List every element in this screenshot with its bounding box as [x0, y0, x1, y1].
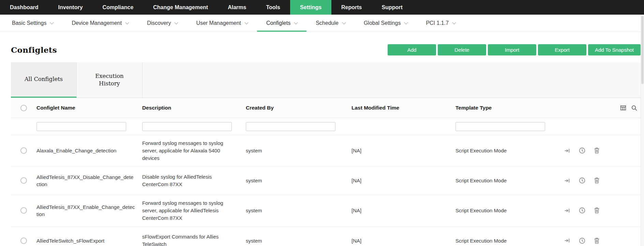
- chevron-down-icon: [342, 20, 346, 24]
- table-row[interactable]: AlliedTelesis_87XX_Disable_Change_detect…: [11, 166, 641, 195]
- subnav-item[interactable]: Discovery: [138, 15, 187, 32]
- history-icon[interactable]: [579, 207, 585, 214]
- cell-configlet-name: Alaxala_Enable_Change_detection: [36, 147, 142, 154]
- table-row[interactable]: AlliedTelesis_87XX_Enable_Change_detecti…: [11, 195, 641, 226]
- delete-icon[interactable]: [594, 148, 599, 153]
- cell-template-type: Script Execution Mode: [455, 178, 565, 183]
- execute-icon[interactable]: [565, 148, 570, 153]
- topnav-item[interactable]: Support: [372, 0, 413, 15]
- topnav-item-label: Settings: [300, 4, 321, 11]
- topnav-item[interactable]: Reports: [331, 0, 372, 15]
- cell-template-type: Script Execution Mode: [455, 148, 565, 153]
- table-header: Configlet Name Description Created By La…: [11, 98, 641, 118]
- tab[interactable]: All Configlets: [11, 62, 77, 98]
- action-button[interactable]: Add: [388, 44, 436, 55]
- column-header-configlet-name: Configlet Name: [36, 105, 142, 111]
- topnav-item[interactable]: Inventory: [48, 0, 93, 15]
- subnav-item-label: User Management: [196, 20, 241, 26]
- tab[interactable]: Execution History: [77, 62, 143, 98]
- chevron-down-icon: [50, 20, 54, 24]
- table-body: Alaxala_Enable_Change_detection Forward …: [11, 135, 641, 246]
- execute-icon[interactable]: [565, 238, 570, 243]
- filter-input-created-by[interactable]: [246, 122, 335, 131]
- search-icon[interactable]: [631, 105, 637, 111]
- cell-created-by: system: [246, 178, 351, 183]
- history-icon[interactable]: [579, 147, 585, 154]
- cell-last-modified-time: [NA]: [351, 178, 455, 183]
- column-header-description: Description: [142, 105, 246, 111]
- subnav-item[interactable]: User Management: [187, 15, 257, 32]
- execute-icon[interactable]: [565, 208, 570, 213]
- subnav-item[interactable]: Configlets: [257, 15, 306, 32]
- cell-configlet-name: AlliedTelesis_87XX_Disable_Change_detect…: [36, 174, 142, 188]
- topnav-item-label: Tools: [266, 4, 280, 11]
- row-actions: [565, 207, 641, 214]
- topnav-item-label: Inventory: [58, 4, 83, 11]
- subnav-item-label: Schedule: [316, 20, 339, 26]
- topnav-item[interactable]: Settings: [290, 0, 331, 15]
- cell-last-modified-time: [NA]: [351, 148, 455, 153]
- page-title: Configlets: [11, 45, 57, 54]
- delete-icon[interactable]: [594, 208, 599, 213]
- subnav-item-label: Discovery: [147, 20, 171, 26]
- table-row[interactable]: AlliedTeleSwitch_sFlowExport sFlowExport…: [11, 227, 641, 246]
- chevron-down-icon: [244, 20, 248, 24]
- topnav-item-label: Compliance: [103, 4, 134, 11]
- action-button[interactable]: Add To Snapshot: [588, 44, 641, 55]
- row-actions: [565, 237, 641, 244]
- topnav-item[interactable]: Change Management: [143, 0, 218, 15]
- scrollbar-thumb[interactable]: [641, 16, 644, 84]
- row-select-radio[interactable]: [20, 147, 27, 154]
- topnav-item-label: Change Management: [153, 4, 208, 11]
- history-icon[interactable]: [579, 177, 585, 184]
- row-select-radio[interactable]: [20, 207, 27, 214]
- select-all-radio[interactable]: [20, 105, 27, 111]
- cell-last-modified-time: [NA]: [351, 208, 455, 213]
- topnav-item-label: Support: [382, 4, 403, 11]
- filter-input-configlet-name[interactable]: [36, 122, 126, 131]
- row-select-radio[interactable]: [20, 177, 27, 184]
- filter-input-description[interactable]: [142, 122, 232, 131]
- execute-icon[interactable]: [565, 178, 570, 183]
- row-actions: [565, 177, 641, 184]
- filter-input-template-type[interactable]: [455, 122, 545, 131]
- action-button[interactable]: Import: [488, 44, 536, 55]
- subnav-item[interactable]: Global Settings: [355, 15, 417, 32]
- row-actions: [565, 147, 641, 154]
- row-select-radio[interactable]: [20, 237, 27, 244]
- table-header-tools: [620, 105, 641, 111]
- chevron-down-icon: [404, 20, 408, 24]
- vertical-scrollbar[interactable]: [641, 15, 644, 246]
- chevron-down-icon: [452, 20, 456, 24]
- topnav-item[interactable]: Dashboard: [0, 0, 48, 15]
- cell-description: Forward syslog messages to syslog server…: [142, 199, 246, 222]
- subnav-item[interactable]: Basic Settings: [3, 15, 62, 32]
- cell-last-modified-time: [NA]: [351, 238, 455, 244]
- chevron-down-icon: [175, 20, 178, 24]
- column-chooser-icon[interactable]: [620, 105, 626, 111]
- delete-icon[interactable]: [594, 238, 599, 244]
- topnav-item[interactable]: Alarms: [218, 0, 256, 15]
- subnav-item-label: Basic Settings: [12, 20, 46, 26]
- subnav-item-label: Global Settings: [364, 20, 401, 26]
- action-button[interactable]: Export: [538, 44, 586, 55]
- topnav-item[interactable]: Compliance: [93, 0, 144, 15]
- subnav-item-label: Configlets: [266, 20, 290, 26]
- tab-label: Execution History: [95, 72, 123, 88]
- table-row[interactable]: Alaxala_Enable_Change_detection Forward …: [11, 135, 641, 166]
- action-button[interactable]: Delete: [438, 44, 486, 55]
- subnav-item[interactable]: PCI 1.1.7: [417, 15, 465, 32]
- delete-icon[interactable]: [594, 178, 599, 183]
- cell-template-type: Script Execution Mode: [455, 208, 565, 213]
- subnav-item[interactable]: Schedule: [306, 15, 355, 32]
- subnav-item-label: PCI 1.1.7: [426, 20, 449, 26]
- topnav-item-label: Reports: [341, 4, 362, 11]
- history-icon[interactable]: [579, 237, 585, 244]
- topnav-item[interactable]: Tools: [256, 0, 290, 15]
- subnav-item[interactable]: Device Management: [62, 15, 138, 32]
- cell-created-by: system: [246, 148, 351, 153]
- chevron-down-icon: [125, 20, 129, 24]
- primary-nav: Dashboard Inventory Compliance Change Ma…: [0, 0, 644, 15]
- column-header-created-by: Created By: [246, 105, 351, 111]
- cell-description: sFlowExport Commands for Allies TeleSwit…: [142, 233, 246, 246]
